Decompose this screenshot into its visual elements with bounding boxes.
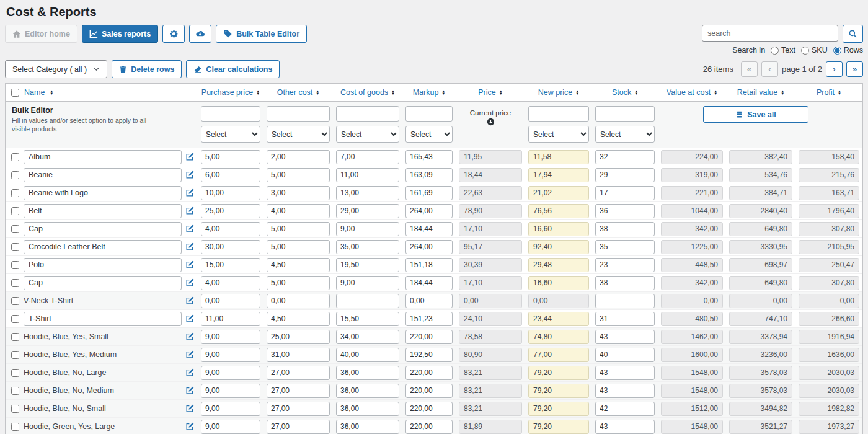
other-cost-input[interactable] xyxy=(267,312,330,326)
bulk-new-price-select[interactable]: Select xyxy=(528,126,589,143)
product-name-input[interactable] xyxy=(24,222,182,236)
product-name-input[interactable] xyxy=(24,204,182,218)
cost-of-goods-input[interactable] xyxy=(336,420,399,434)
export-button[interactable] xyxy=(189,25,211,43)
edit-icon[interactable] xyxy=(182,404,198,413)
text-radio[interactable] xyxy=(771,46,779,55)
clear-calculations-button[interactable]: Clear calculations xyxy=(186,60,280,78)
purchase-price-input[interactable] xyxy=(201,186,260,200)
column-header-price[interactable]: Price▲▼ xyxy=(456,88,525,97)
save-all-button[interactable]: Save all xyxy=(703,106,808,123)
row-checkbox[interactable] xyxy=(11,207,19,215)
search-in-rows-option[interactable]: Rows xyxy=(833,46,863,55)
next-page-button[interactable]: › xyxy=(826,61,843,77)
other-cost-input[interactable] xyxy=(267,366,330,380)
column-header-profit[interactable]: Profit▲▼ xyxy=(795,88,862,97)
stock-input[interactable] xyxy=(595,204,655,218)
purchase-price-input[interactable] xyxy=(201,168,260,182)
column-header-value-at-cost[interactable]: Value at cost▲▼ xyxy=(658,88,726,97)
delete-rows-button[interactable]: Delete rows xyxy=(112,60,182,78)
stock-input[interactable] xyxy=(595,258,655,272)
column-header-purchase-price[interactable]: Purchase price▲▼ xyxy=(198,88,264,97)
category-select-button[interactable]: Select Category ( all ) xyxy=(5,60,107,78)
row-checkbox[interactable] xyxy=(11,153,19,161)
bulk-other-cost-select[interactable]: Select xyxy=(267,126,330,143)
other-cost-input[interactable] xyxy=(267,222,330,236)
stock-input[interactable] xyxy=(595,222,655,236)
cost-of-goods-input[interactable] xyxy=(336,222,399,236)
markup-input[interactable] xyxy=(405,294,453,308)
row-checkbox[interactable] xyxy=(11,279,19,287)
row-checkbox[interactable] xyxy=(11,369,19,377)
last-page-button[interactable]: » xyxy=(846,61,863,77)
purchase-price-input[interactable] xyxy=(201,330,260,344)
product-name-input[interactable] xyxy=(24,258,182,272)
markup-input[interactable] xyxy=(405,420,453,434)
bulk-purchase-price-select[interactable]: Select xyxy=(201,126,260,143)
edit-icon[interactable] xyxy=(182,260,198,269)
cost-of-goods-input[interactable] xyxy=(336,204,399,218)
stock-input[interactable] xyxy=(595,186,655,200)
stock-input[interactable] xyxy=(595,384,655,398)
column-header-name[interactable]: Name▲▼ xyxy=(6,88,182,97)
cost-of-goods-input[interactable] xyxy=(336,258,399,272)
stock-input[interactable] xyxy=(595,420,655,434)
other-cost-input[interactable] xyxy=(267,186,330,200)
bulk-cost-of-goods-input[interactable] xyxy=(336,106,399,122)
purchase-price-input[interactable] xyxy=(201,258,260,272)
edit-icon[interactable] xyxy=(182,153,198,161)
sales-reports-button[interactable]: Sales reports xyxy=(82,25,158,43)
purchase-price-input[interactable] xyxy=(201,384,260,398)
cost-of-goods-input[interactable] xyxy=(336,276,399,290)
row-checkbox[interactable] xyxy=(11,351,19,359)
row-checkbox[interactable] xyxy=(11,261,19,269)
edit-icon[interactable] xyxy=(182,386,198,395)
bulk-cost-of-goods-select[interactable]: Select xyxy=(336,126,399,143)
bulk-markup-select[interactable]: Select xyxy=(405,126,453,143)
stock-input[interactable] xyxy=(595,240,655,254)
rows-radio[interactable] xyxy=(833,46,841,55)
bulk-table-editor-button[interactable]: Bulk Table Editor xyxy=(216,25,307,43)
purchase-price-input[interactable] xyxy=(201,276,260,290)
purchase-price-input[interactable] xyxy=(201,240,260,254)
purchase-price-input[interactable] xyxy=(201,222,260,236)
product-name-input[interactable] xyxy=(24,186,182,200)
column-header-other-cost[interactable]: Other cost▲▼ xyxy=(264,88,333,97)
other-cost-input[interactable] xyxy=(267,294,330,308)
other-cost-input[interactable] xyxy=(267,204,330,218)
edit-icon[interactable] xyxy=(182,368,198,377)
stock-input[interactable] xyxy=(595,402,655,416)
markup-input[interactable] xyxy=(405,384,453,398)
edit-icon[interactable] xyxy=(182,242,198,251)
edit-icon[interactable] xyxy=(182,314,198,323)
row-checkbox[interactable] xyxy=(11,171,19,179)
markup-input[interactable] xyxy=(405,186,453,200)
edit-icon[interactable] xyxy=(182,350,198,359)
cost-of-goods-input[interactable] xyxy=(336,384,399,398)
cost-of-goods-input[interactable] xyxy=(336,348,399,362)
bulk-purchase-price-input[interactable] xyxy=(201,106,260,122)
row-checkbox[interactable] xyxy=(11,405,19,413)
markup-input[interactable] xyxy=(405,402,453,416)
other-cost-input[interactable] xyxy=(267,150,330,164)
stock-input[interactable] xyxy=(595,276,655,290)
edit-icon[interactable] xyxy=(182,206,198,215)
edit-icon[interactable] xyxy=(182,332,198,341)
edit-icon[interactable] xyxy=(182,422,198,431)
markup-input[interactable] xyxy=(405,366,453,380)
bulk-stock-select[interactable]: Select xyxy=(595,126,655,143)
edit-icon[interactable] xyxy=(182,278,198,287)
row-checkbox[interactable] xyxy=(11,387,19,395)
sku-radio[interactable] xyxy=(801,46,809,55)
markup-input[interactable] xyxy=(405,258,453,272)
product-name-input[interactable] xyxy=(24,276,182,290)
product-name-input[interactable] xyxy=(24,168,182,182)
row-checkbox[interactable] xyxy=(11,297,19,305)
search-input[interactable] xyxy=(702,25,838,42)
other-cost-input[interactable] xyxy=(267,168,330,182)
search-in-text-option[interactable]: Text xyxy=(771,46,795,55)
edit-icon[interactable] xyxy=(182,188,198,197)
other-cost-input[interactable] xyxy=(267,384,330,398)
select-all-checkbox[interactable] xyxy=(11,89,19,97)
cost-of-goods-input[interactable] xyxy=(336,294,399,308)
